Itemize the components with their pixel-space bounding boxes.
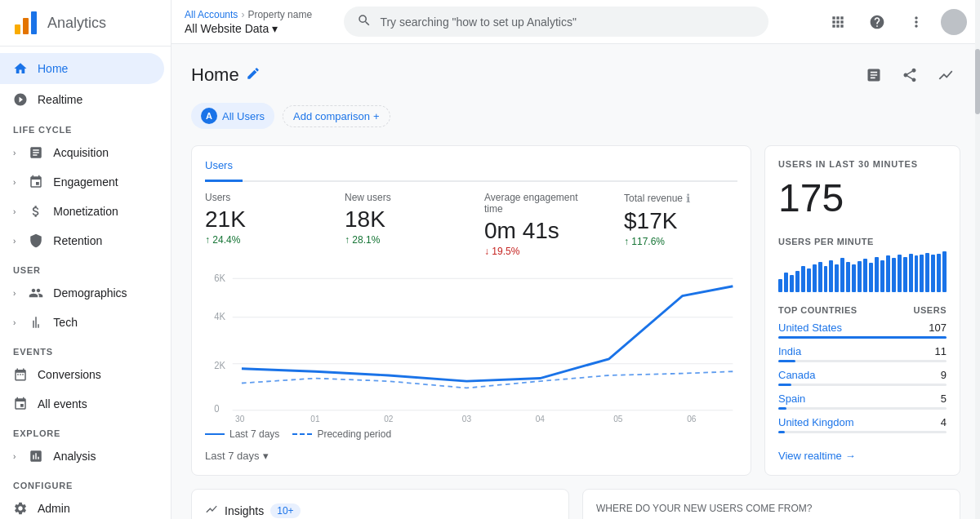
scrollbar-track[interactable] bbox=[975, 0, 980, 519]
comparison-bar: A All Users Add comparison + bbox=[191, 103, 960, 129]
date-range-label: Last 7 days bbox=[205, 450, 260, 462]
view-realtime-link[interactable]: View realtime → bbox=[778, 440, 947, 462]
svg-text:2K: 2K bbox=[214, 360, 225, 370]
page-title: Home bbox=[191, 64, 239, 86]
sidebar-item-realtime[interactable]: Realtime bbox=[0, 84, 164, 115]
sidebar-item-monetization[interactable]: › Monetization bbox=[0, 197, 171, 226]
user-avatar[interactable] bbox=[941, 9, 967, 35]
svg-text:02: 02 bbox=[384, 415, 393, 422]
search-input[interactable] bbox=[380, 16, 755, 29]
country-row: Canada 9 bbox=[778, 369, 947, 386]
search-bar[interactable] bbox=[344, 7, 768, 37]
country-name[interactable]: United States bbox=[778, 322, 842, 334]
sidebar-item-acquisition[interactable]: › Acquisition bbox=[0, 138, 171, 167]
acquisition-icon bbox=[29, 145, 43, 160]
date-range-selector[interactable]: Last 7 days ▾ bbox=[205, 450, 737, 462]
scrollbar-thumb[interactable] bbox=[975, 49, 980, 114]
legend-solid-label: Last 7 days bbox=[229, 428, 279, 440]
main-card: Users Users 21K ↑ 24.4% New users 18K ↑ … bbox=[191, 145, 751, 476]
sidebar-item-tech[interactable]: › Tech bbox=[0, 308, 171, 337]
sidebar: Analytics Home Realtime LIFE CYCLE › Acq… bbox=[0, 0, 172, 519]
main-area: All Accounts › Property name All Website… bbox=[172, 0, 980, 519]
view-realtime-label: View realtime bbox=[778, 450, 842, 462]
mini-bar bbox=[824, 266, 828, 292]
metric-engagement-change: ↓ 19.5% bbox=[484, 246, 598, 257]
metric-new-users-value: 18K bbox=[345, 206, 458, 233]
cards-row: Users Users 21K ↑ 24.4% New users 18K ↑ … bbox=[191, 145, 960, 476]
customize-report-icon-button[interactable] bbox=[859, 60, 889, 90]
more-vert-icon-button[interactable] bbox=[902, 7, 931, 37]
metric-engagement-value: 0m 41s bbox=[484, 218, 598, 244]
country-bar-fill bbox=[778, 336, 947, 339]
page-actions bbox=[859, 60, 960, 90]
sidebar-item-engagement[interactable]: › Engagement bbox=[0, 167, 171, 197]
tech-label: Tech bbox=[53, 316, 78, 329]
home-icon bbox=[13, 61, 28, 76]
insights-card: Insights 10+ bbox=[191, 489, 569, 519]
add-comparison-button[interactable]: Add comparison + bbox=[283, 105, 390, 127]
page-edit-icon[interactable] bbox=[246, 66, 261, 84]
new-users-card: WHERE DO YOUR NEW USERS COME FROM? New u… bbox=[582, 489, 960, 519]
property-selector[interactable]: All Website Data ▾ bbox=[185, 22, 312, 35]
country-name[interactable]: Spain bbox=[778, 393, 805, 405]
add-comparison-icon: + bbox=[373, 110, 380, 122]
country-row: United States 107 bbox=[778, 322, 947, 339]
svg-text:06: 06 bbox=[687, 415, 696, 422]
date-range-dropdown-icon: ▾ bbox=[263, 450, 269, 462]
sidebar-item-analysis[interactable]: › Analysis bbox=[0, 441, 171, 471]
mini-bar bbox=[915, 255, 919, 292]
share-icon-button[interactable] bbox=[895, 60, 924, 90]
apps-icon-button[interactable] bbox=[823, 7, 853, 37]
insights-icon-button[interactable] bbox=[931, 60, 960, 90]
sidebar-item-admin[interactable]: Admin bbox=[0, 494, 171, 519]
engagement-icon bbox=[29, 175, 43, 189]
mini-bar bbox=[925, 253, 929, 292]
all-events-label: All events bbox=[38, 397, 87, 410]
user-section-label: USER bbox=[0, 255, 171, 278]
metric-users-label: Users bbox=[205, 192, 318, 203]
mini-bar bbox=[937, 254, 941, 292]
metrics-row: Users 21K ↑ 24.4% New users 18K ↑ 28.1% … bbox=[205, 192, 737, 257]
users-label: USERS bbox=[914, 305, 947, 315]
sidebar-item-all-events[interactable]: All events bbox=[0, 389, 171, 419]
sidebar-item-conversions[interactable]: Conversions bbox=[0, 360, 171, 389]
sidebar-item-home[interactable]: Home bbox=[0, 53, 164, 84]
breadcrumb-root[interactable]: All Accounts bbox=[185, 9, 238, 20]
conversions-label: Conversions bbox=[38, 368, 101, 381]
country-bar-fill bbox=[778, 360, 795, 362]
country-name[interactable]: Canada bbox=[778, 369, 816, 381]
country-name[interactable]: United Kingdom bbox=[778, 416, 854, 428]
lifecycle-section-label: LIFE CYCLE bbox=[0, 115, 171, 138]
search-icon bbox=[357, 13, 372, 30]
country-count: 4 bbox=[941, 416, 947, 428]
country-bar-track bbox=[778, 384, 947, 386]
mini-bar bbox=[942, 251, 947, 292]
mini-bar bbox=[818, 262, 822, 292]
metrics-tab-users[interactable]: Users bbox=[205, 159, 243, 182]
svg-rect-2 bbox=[31, 11, 37, 34]
breadcrumb-child: Property name bbox=[247, 9, 312, 20]
analysis-label: Analysis bbox=[53, 450, 96, 463]
mini-bar bbox=[931, 255, 935, 292]
page-header: Home bbox=[191, 60, 960, 90]
mini-bar bbox=[835, 264, 839, 292]
metric-new-users-label: New users bbox=[345, 192, 458, 203]
metric-tab-label: Users bbox=[205, 159, 233, 171]
svg-rect-1 bbox=[23, 18, 29, 34]
country-name-row: Canada 9 bbox=[778, 369, 947, 381]
mini-bar bbox=[858, 261, 862, 292]
info-icon: ℹ bbox=[686, 192, 690, 205]
top-countries-header: TOP COUNTRIES USERS bbox=[778, 305, 947, 315]
svg-text:30: 30 bbox=[235, 415, 244, 422]
sidebar-item-demographics[interactable]: › Demographics bbox=[0, 278, 171, 308]
mini-bar bbox=[795, 271, 800, 292]
mini-bar bbox=[920, 255, 924, 292]
country-name-row: United States 107 bbox=[778, 322, 947, 334]
realtime-label: Realtime bbox=[38, 93, 82, 106]
configure-section-label: CONFIGURE bbox=[0, 471, 171, 494]
sidebar-item-retention[interactable]: › Retention bbox=[0, 226, 171, 255]
chevron-right-icon: › bbox=[13, 207, 16, 216]
help-icon-button[interactable] bbox=[862, 7, 892, 37]
all-users-chip[interactable]: A All Users bbox=[191, 103, 274, 129]
country-name[interactable]: India bbox=[778, 345, 801, 357]
